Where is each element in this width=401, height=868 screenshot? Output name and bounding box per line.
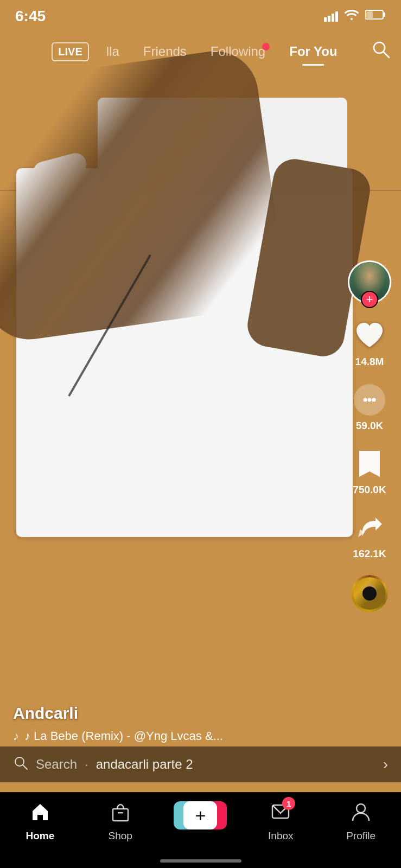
bookmark-count: 750.0K [353, 484, 386, 496]
tab-profile[interactable]: Profile [321, 801, 401, 842]
creator-username[interactable]: Andcarli [13, 704, 323, 723]
music-disc[interactable] [351, 575, 388, 612]
share-icon [355, 513, 384, 542]
svg-rect-10 [113, 809, 128, 821]
status-icons [324, 9, 386, 23]
tab-shop[interactable]: Shop [80, 801, 161, 842]
like-action[interactable]: 14.8M [353, 319, 386, 368]
wifi-icon [345, 9, 359, 23]
video-info: Andcarli ♪ ♪ La Bebe (Remix) - @Yng Lvca… [0, 704, 336, 743]
svg-rect-1 [383, 12, 385, 17]
tab-create[interactable]: + [161, 801, 241, 833]
nav-item-explore[interactable]: lla [94, 39, 131, 65]
search-label: Search [36, 757, 77, 772]
svg-rect-2 [366, 11, 373, 18]
bookmark-icon [357, 449, 382, 479]
tab-profile-label: Profile [346, 830, 375, 842]
status-bar: 6:45 [0, 0, 401, 33]
plus-icon: + [195, 805, 206, 826]
comment-count: 59.0K [356, 420, 384, 432]
svg-line-9 [23, 765, 28, 770]
nav-item-following[interactable]: Following [199, 39, 277, 65]
music-title: ♪ La Bebe (Remix) - @Yng Lvcas &... [24, 729, 223, 743]
tab-inbox[interactable]: 1 Inbox [240, 801, 321, 842]
share-count: 162.1K [353, 548, 386, 560]
svg-point-13 [357, 804, 365, 813]
comment-action[interactable]: 59.0K [353, 383, 386, 432]
comment-icon [354, 384, 385, 416]
search-query: andacarli parte 2 [96, 757, 193, 772]
svg-point-3 [374, 42, 385, 53]
shop-icon [110, 801, 131, 822]
right-actions: + 14.8M 59.0K 750 [348, 260, 391, 612]
svg-point-5 [364, 398, 367, 402]
top-navigation: LIVE lla Friends Following For You [0, 30, 401, 73]
status-time: 6:45 [15, 8, 46, 25]
home-icon [30, 801, 50, 822]
create-button[interactable]: + [178, 801, 222, 829]
tab-home-label: Home [26, 830, 55, 842]
signal-icon [324, 11, 338, 22]
svg-rect-11 [118, 812, 123, 814]
music-note-icon: ♪ [13, 729, 19, 743]
svg-point-6 [368, 398, 372, 402]
search-arrow-icon: › [383, 756, 388, 773]
tab-home[interactable]: Home [0, 801, 80, 842]
svg-line-4 [384, 52, 389, 58]
like-count: 14.8M [355, 356, 384, 368]
search-separator: · [85, 757, 88, 772]
tab-shop-label: Shop [109, 830, 132, 842]
nav-live-button[interactable]: LIVE [52, 42, 88, 61]
follow-button[interactable]: + [361, 291, 378, 308]
svg-point-8 [15, 757, 24, 766]
home-indicator [160, 859, 241, 863]
arm-overlay [0, 46, 288, 345]
tab-inbox-label: Inbox [268, 830, 293, 842]
following-notification-dot [262, 43, 270, 50]
search-icon [13, 755, 28, 774]
svg-point-7 [372, 398, 376, 402]
share-action[interactable]: 162.1K [353, 511, 386, 560]
inbox-badge: 1 [282, 797, 295, 810]
bottom-navigation: Home Shop + 1 [0, 792, 401, 868]
nav-item-for-you[interactable]: For You [277, 39, 349, 65]
bookmark-action[interactable]: 750.0K [353, 447, 386, 496]
battery-icon [365, 9, 386, 23]
music-row[interactable]: ♪ ♪ La Bebe (Remix) - @Yng Lvcas &... [13, 729, 323, 743]
creator-avatar[interactable]: + [348, 260, 391, 304]
search-suggestion-bar[interactable]: Search · andacarli parte 2 › [0, 746, 401, 782]
nav-item-friends[interactable]: Friends [131, 39, 199, 65]
search-button[interactable] [372, 40, 390, 63]
profile-icon [351, 801, 371, 822]
